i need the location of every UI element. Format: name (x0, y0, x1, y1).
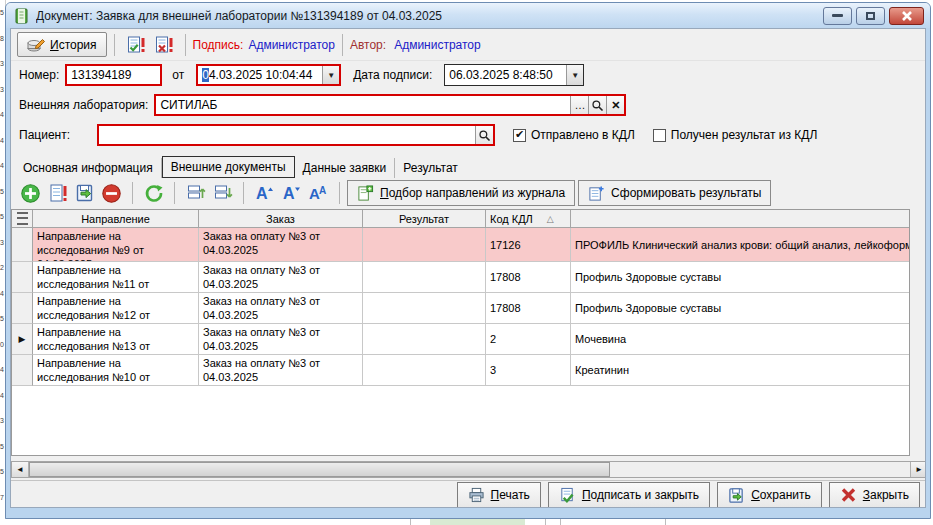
document-plus-icon (357, 185, 374, 202)
sign-date-dropdown-button[interactable]: ▼ (566, 65, 583, 85)
import-rows-button[interactable] (210, 181, 235, 206)
result-received-checkbox[interactable]: Получен результат из КДЛ (653, 128, 818, 142)
number-field (65, 64, 162, 86)
close-button[interactable]: Закрыть (829, 482, 920, 508)
toolbar-separator (342, 34, 343, 56)
delete-row-button[interactable] (99, 181, 124, 206)
maximize-button[interactable] (856, 7, 885, 25)
scrollbar-thumb[interactable] (29, 462, 610, 477)
grid-options-cell[interactable] (12, 210, 33, 228)
scroll-left-button[interactable]: ◄ (12, 462, 29, 477)
sign-and-close-button[interactable]: Подписать и закрыть (548, 482, 710, 508)
cell-kdl-code: 17126 (486, 228, 571, 262)
document-check-button[interactable] (123, 32, 149, 57)
close-x-icon (840, 487, 857, 503)
table-row[interactable]: Направление на исследования №10 от 04.03… (12, 355, 910, 386)
cell-result (363, 355, 486, 386)
cell-order: Заказ на оплату №3 от 04.03.2025 (199, 262, 363, 293)
form-results-label: Сформировать результаты (611, 186, 761, 200)
document-cross-button[interactable] (151, 32, 177, 57)
history-button[interactable]: История (17, 32, 107, 57)
lab-search-button[interactable] (588, 96, 606, 114)
row-gutter (12, 355, 33, 386)
table-row[interactable]: Направление на исследования №9 от 04.03.… (12, 228, 910, 262)
window-title: Документ: Заявка для внешней лаборатории… (36, 9, 823, 23)
save-row-button[interactable] (72, 181, 97, 206)
row-gutter-current: ▶ (12, 324, 33, 355)
lab-ellipsis-button[interactable]: … (570, 96, 588, 114)
pick-referrals-button[interactable]: Подбор направлений из журнала (347, 180, 575, 206)
font-decrease-icon: A (281, 183, 303, 203)
column-header-order[interactable]: Заказ (199, 210, 363, 228)
sign-label: Подпись: (193, 38, 244, 52)
document-date-dropdown-button[interactable]: ▼ (322, 66, 339, 84)
add-row-button[interactable] (18, 181, 43, 206)
window-client-area: История Подпись: (10, 28, 926, 508)
print-button[interactable]: Печать (457, 482, 541, 508)
svg-text:A: A (319, 185, 326, 196)
minimize-button[interactable] (823, 7, 852, 25)
scroll-right-button[interactable]: ► (910, 462, 926, 477)
tab-result[interactable]: Результат (395, 158, 466, 178)
tab-strip: Основная информация Внешние документы Да… (15, 157, 466, 178)
column-header-profile[interactable] (571, 210, 910, 228)
column-header-referral[interactable]: Направление (33, 210, 199, 228)
cell-referral: Направление на исследования №11 от 04.03… (33, 262, 199, 293)
font-increase-button[interactable]: A (252, 181, 277, 206)
horizontal-scrollbar[interactable]: ◄ ► (11, 461, 926, 478)
number-row: Номер: от 04.03.2025 10:04:44 ▼ Дата под… (11, 63, 925, 87)
font-default-button[interactable]: AA (306, 181, 331, 206)
close-window-button[interactable] (889, 7, 924, 25)
save-button[interactable]: Сохранить (717, 482, 822, 508)
close-icon (901, 11, 913, 21)
titlebar[interactable]: Документ: Заявка для внешней лаборатории… (6, 3, 930, 28)
cell-kdl-code: 17808 (486, 262, 571, 293)
tab-main-info[interactable]: Основная информация (15, 158, 162, 178)
close-label: Закрыть (863, 488, 909, 502)
current-row-marker-icon: ▶ (19, 334, 26, 344)
external-lab-input[interactable] (156, 96, 570, 114)
journal-icon (14, 8, 30, 24)
number-label: Номер: (19, 68, 59, 82)
grid-options-icon (17, 212, 28, 225)
edit-row-button[interactable] (45, 181, 70, 206)
pick-referrals-label: Подбор направлений из журнала (380, 186, 565, 200)
export-rows-button[interactable] (183, 181, 208, 206)
font-increase-icon: A (254, 183, 276, 203)
row-gutter (12, 293, 33, 324)
scrollbar-track[interactable] (29, 462, 910, 477)
sign-date-label: Дата подписи: (353, 68, 432, 82)
column-header-result[interactable]: Результат (363, 210, 486, 228)
search-icon (478, 129, 491, 142)
sent-to-kdl-checkbox[interactable]: ✔ Отправлено в КДЛ (513, 128, 635, 142)
document-check-alert-icon (126, 35, 146, 55)
cell-profile: Мочевина (571, 324, 910, 355)
cell-order: Заказ на оплату №3 от 04.03.2025 (199, 355, 363, 386)
table-row[interactable]: Направление на исследования №12 от 04.03… (12, 293, 910, 324)
tab-request-data[interactable]: Данные заявки (295, 158, 396, 178)
add-icon (20, 183, 41, 204)
cell-order: Заказ на оплату №3 от 04.03.2025 (199, 228, 363, 262)
document-date-value[interactable]: 04.03.2025 10:04:44 (198, 68, 322, 82)
save-label: Сохранить (751, 488, 811, 502)
column-header-kdl-code[interactable]: Код КДЛ△ (486, 210, 571, 228)
patient-input[interactable] (99, 126, 475, 144)
form-results-button[interactable]: Сформировать результаты (578, 180, 771, 206)
cell-result (363, 262, 486, 293)
delete-icon (101, 183, 122, 204)
table-row[interactable]: ▶ Направление на исследования №13 от 04.… (12, 324, 910, 355)
tab-external-documents[interactable]: Внешние документы (162, 156, 295, 178)
number-input[interactable] (67, 66, 160, 84)
cell-referral: Направление на исследования №13 от 04.03… (33, 324, 199, 355)
table-row[interactable]: Направление на исследования №11 от 04.03… (12, 262, 910, 293)
cell-profile: Профиль Здоровые суставы (571, 262, 910, 293)
lab-clear-button[interactable]: ✕ (606, 96, 624, 114)
document-star-icon (588, 185, 605, 202)
sent-to-kdl-label: Отправлено в КДЛ (531, 128, 635, 142)
font-decrease-button[interactable]: A (279, 181, 304, 206)
refresh-button[interactable] (141, 181, 166, 206)
svg-text:A: A (283, 185, 295, 202)
patient-search-button[interactable] (475, 126, 493, 144)
external-lab-row: Внешняя лаборатория: … ✕ (11, 93, 925, 117)
sign-date-value[interactable]: 06.03.2025 8:48:50 (445, 68, 566, 82)
